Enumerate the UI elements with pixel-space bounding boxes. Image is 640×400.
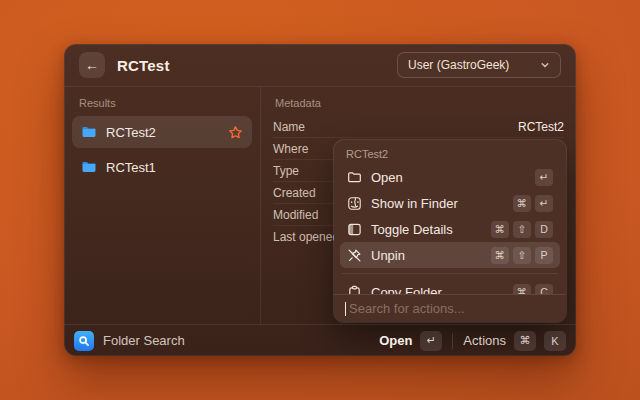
action-item-label: Open (371, 170, 403, 185)
cmd-key-badge: ⌘ (514, 331, 536, 351)
result-item-label: RCTest2 (106, 125, 156, 140)
key-badge: ⇧ (513, 247, 531, 264)
footer-divider (452, 333, 453, 349)
clipboard-icon (347, 285, 362, 295)
key-badge: ↵ (535, 195, 553, 212)
metadata-section-label: Metadata (273, 95, 564, 116)
window-footer: Folder Search Open ↵ Actions ⌘ K (64, 324, 576, 356)
actions-button[interactable]: Actions (463, 333, 506, 348)
page-title: RCTest (117, 57, 170, 74)
key-badge: ⌘ (513, 284, 532, 295)
action-item-toggle-details[interactable]: Toggle Details ⌘ ⇧ D (340, 216, 560, 242)
folder-icon (81, 159, 97, 175)
folder-icon (81, 124, 97, 140)
key-badge: ⌘ (491, 221, 510, 238)
key-badge: ⇧ (513, 221, 531, 238)
folder-open-icon (347, 170, 362, 185)
app-name-label: Folder Search (103, 333, 185, 348)
actions-popup-title: RCTest2 (334, 140, 566, 164)
account-dropdown[interactable]: User (GastroGeek) (397, 52, 561, 78)
action-item-open[interactable]: Open ↵ (340, 164, 560, 190)
key-badge: ⌘ (491, 247, 510, 264)
open-button[interactable]: Open (379, 333, 412, 348)
back-button[interactable]: ← (79, 52, 105, 78)
pin-slash-icon (347, 248, 362, 263)
actions-popup: RCTest2 Open ↵ (334, 140, 566, 322)
metadata-row-name: Name RCTest2 (273, 116, 564, 138)
finder-icon (347, 196, 362, 211)
desktop: ← RCTest User (GastroGeek) Results (0, 0, 640, 400)
shortcut-keys: ⌘ ⇧ D (491, 221, 554, 238)
result-item-rctest1[interactable]: RCTest1 (72, 151, 252, 183)
menu-separator (342, 273, 558, 274)
shortcut-keys: ⌘ C (513, 284, 554, 295)
shortcut-keys: ↵ (535, 169, 553, 186)
key-badge: ↵ (535, 169, 553, 186)
action-item-label: Unpin (371, 248, 405, 263)
action-item-label: Show in Finder (371, 196, 458, 211)
shortcut-keys: ⌘ ⇧ P (491, 247, 554, 264)
results-section-label: Results (72, 95, 252, 116)
shortcut-keys: ⌘ ↵ (513, 195, 554, 212)
text-cursor (345, 302, 346, 316)
window-header: ← RCTest User (GastroGeek) (64, 44, 576, 87)
folder-search-app-icon (74, 331, 94, 351)
return-key-badge: ↵ (420, 331, 442, 351)
actions-list: Open ↵ Show in Finder (334, 164, 566, 294)
key-badge: ⌘ (513, 195, 532, 212)
back-arrow-icon: ← (85, 57, 99, 73)
result-item-label: RCTest1 (106, 160, 156, 175)
key-badge: D (535, 221, 553, 238)
results-sidebar: Results RCTest2 (64, 87, 261, 324)
action-search-placeholder: Search for actions... (349, 301, 465, 316)
result-item-rctest2[interactable]: RCTest2 (72, 116, 252, 148)
action-item-label: Copy Folder (371, 285, 442, 295)
key-badge: P (535, 247, 553, 264)
action-search-input[interactable]: Search for actions... (334, 294, 566, 322)
action-item-label: Toggle Details (371, 222, 453, 237)
key-badge: C (535, 284, 553, 295)
action-item-copy-folder[interactable]: Copy Folder ⌘ C (340, 279, 560, 294)
account-dropdown-value: User (GastroGeek) (408, 58, 509, 72)
launcher-window: ← RCTest User (GastroGeek) Results (64, 44, 576, 356)
pinned-star-icon (228, 125, 243, 140)
action-item-show-in-finder[interactable]: Show in Finder ⌘ ↵ (340, 190, 560, 216)
footer-actions: Open ↵ Actions ⌘ K (379, 331, 566, 351)
chevron-down-icon (540, 60, 550, 70)
sidebar-panel-icon (347, 222, 362, 237)
k-key-badge: K (544, 331, 566, 351)
action-item-unpin[interactable]: Unpin ⌘ ⇧ P (340, 242, 560, 268)
